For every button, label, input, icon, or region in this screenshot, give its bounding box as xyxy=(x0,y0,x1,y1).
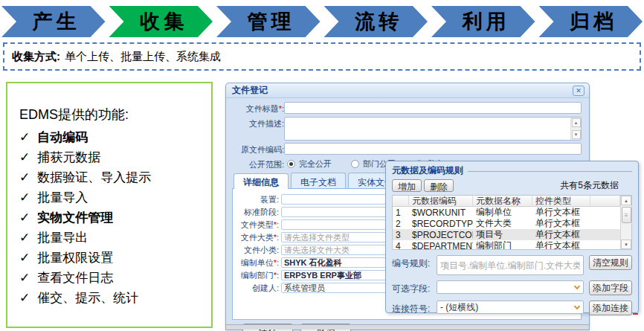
feature-item: ✓捕获元数据 xyxy=(19,147,208,167)
features-title: EDMS提供的功能: xyxy=(19,106,208,123)
cell-row-number: 2 xyxy=(393,219,409,229)
feature-text: 批量导入 xyxy=(37,190,88,205)
flow-step-label: 产生 xyxy=(27,8,80,35)
table-header-cell[interactable]: 控件类型 xyxy=(532,196,590,207)
radio-icon[interactable] xyxy=(287,160,295,168)
flow-step[interactable]: 利用 xyxy=(431,6,535,37)
banner-text: 单个上传、批量上传、系统集成 xyxy=(65,50,221,64)
flow-step[interactable]: 收集 xyxy=(109,6,213,37)
table-header-cell[interactable]: 元数据编码 xyxy=(409,196,473,207)
feature-item: ✓数据验证、导入提示 xyxy=(19,167,208,187)
flow-step[interactable]: 产生 xyxy=(1,6,106,37)
cell-row-number: 1 xyxy=(393,208,409,218)
metadata-table-row[interactable]: 4 $DEPARTMENT 编制部门 单行文本框 xyxy=(393,240,620,249)
slide-canvas: 产生 收集 管理 流转 利用 归档 收集方式: 单个上传、批量上传、系统集成 E… xyxy=(0,0,644,331)
add-field-button[interactable]: 添加字段 xyxy=(589,280,632,295)
optional-field-row: 可选字段: 添加字段 xyxy=(392,280,632,295)
metadata-rules-panel: 元数据及编码规则 增加 删除 共有5条元数据 元数据编码元数据名称控件类型 1 … xyxy=(385,161,639,313)
dialog-tab[interactable]: 详细信息 xyxy=(234,173,289,189)
red-artifact-mark xyxy=(633,313,638,315)
metadata-table-row[interactable]: 1 $WORKUNIT 编制单位 单行文本框 xyxy=(393,207,620,218)
connector-value: - (短横线) xyxy=(440,301,478,314)
connector-select[interactable]: - (短横线) xyxy=(437,301,584,314)
feature-item: ✓批量导入 xyxy=(19,187,208,208)
connector-row: 连接符号: - (短横线) 添加连接 xyxy=(392,301,632,315)
textarea-scrollbar[interactable]: ▲ ▼ xyxy=(570,118,581,140)
scroll-up-icon[interactable]: ▲ xyxy=(621,196,631,205)
scope-radio-option[interactable]: 完全公开 xyxy=(287,158,332,170)
check-icon: ✓ xyxy=(19,231,30,245)
file-desc-label: 文件描述: xyxy=(232,117,284,129)
feature-item: ✓查看文件日志 xyxy=(19,268,208,288)
check-icon: ✓ xyxy=(19,271,30,285)
cell-row-number: 4 xyxy=(393,241,409,250)
scroll-down-icon[interactable]: ▼ xyxy=(572,130,581,139)
check-icon: ✓ xyxy=(19,130,30,144)
metadata-table: 元数据编码元数据名称控件类型 1 $WORKUNIT 编制单位 单行文本框 2 … xyxy=(392,195,632,250)
feature-text: 批量导出 xyxy=(37,231,88,245)
flow-step[interactable]: 归档 xyxy=(539,6,643,37)
flow-step[interactable]: 流转 xyxy=(324,6,428,37)
radio-label: 完全公开 xyxy=(299,158,332,170)
divider xyxy=(468,171,632,172)
numbering-rule-label: 编号规则: xyxy=(392,255,437,270)
feature-text: 查看文件日志 xyxy=(37,271,113,285)
table-scrollbar[interactable]: ▲ ≡ ▼ xyxy=(620,196,631,249)
clear-rule-button[interactable]: 清空规则 xyxy=(589,255,632,270)
tab-label: 详细信息 xyxy=(243,177,279,187)
detail-field-label: 创建人*: xyxy=(233,283,279,294)
detail-field-label: 标准阶段*: xyxy=(233,207,279,218)
scroll-up-icon[interactable]: ▲ xyxy=(572,118,581,127)
collection-method-banner: 收集方式: 单个上传、批量上传、系统集成 xyxy=(3,42,641,71)
add-button[interactable]: 增加 xyxy=(392,179,422,192)
features-box: EDMS提供的功能: ✓自动编码 ✓捕获元数据 ✓数据验证、导入提示 ✓批量导入… xyxy=(6,82,213,328)
flow-step-label: 管理 xyxy=(242,8,295,35)
check-icon: ✓ xyxy=(19,150,30,164)
flow-step-label: 收集 xyxy=(134,8,187,35)
cell-row-number: 3 xyxy=(393,230,409,240)
metadata-panel-header: 元数据及编码规则 xyxy=(392,165,632,176)
table-header-cell[interactable] xyxy=(393,196,409,207)
table-header-cell[interactable]: 元数据名称 xyxy=(473,196,532,207)
dialog-titlebar[interactable]: 文件登记 ✕ xyxy=(226,83,589,98)
check-icon: ✓ xyxy=(19,291,30,305)
file-title-label: 文件标题*: xyxy=(232,102,284,115)
flow-step-label: 归档 xyxy=(564,8,617,35)
file-desc-textarea[interactable] xyxy=(284,117,582,141)
detail-field-label: 文件类型*: xyxy=(233,219,279,231)
radio-icon[interactable] xyxy=(351,160,359,168)
feature-item: ✓批量权限设置 xyxy=(19,248,208,268)
cell-control-type: 单行文本框 xyxy=(532,240,590,249)
features-list: ✓自动编码 ✓捕获元数据 ✓数据验证、导入提示 ✓批量导入 ✓实物文件管理 ✓批… xyxy=(19,127,208,308)
dialog-tab[interactable]: 电子文档 xyxy=(291,173,346,188)
detail-field-label: 编制单位*: xyxy=(233,257,279,269)
optional-field-select[interactable] xyxy=(437,280,584,294)
orig-code-input[interactable] xyxy=(284,143,582,155)
cell-metadata-code: $RECORDTYPE xyxy=(409,219,473,229)
orig-code-row: 原文件编码: xyxy=(232,143,582,155)
file-desc-row: 文件描述: ▲ ▼ xyxy=(232,117,582,141)
table-header-cell[interactable] xyxy=(590,196,620,207)
scrollbar-thumb[interactable]: ≡ xyxy=(622,207,631,223)
numbering-rule-row: 编号规则: 清空规则 xyxy=(392,255,632,275)
add-connector-button[interactable]: 添加连接 xyxy=(589,301,632,315)
metadata-panel-title: 元数据及编码规则 xyxy=(392,164,463,177)
metadata-count: 共有5条元数据 xyxy=(560,179,632,192)
check-icon: ✓ xyxy=(19,190,30,205)
metadata-table-row[interactable]: 2 $RECORDTYPE 文件大类 单行文本框 xyxy=(393,218,620,229)
flow-step-label: 流转 xyxy=(349,8,402,35)
close-icon[interactable]: ✕ xyxy=(573,86,585,96)
chevron-down-icon xyxy=(574,283,580,289)
delete-button[interactable]: 删除 xyxy=(424,179,454,192)
file-title-row: 文件标题*: xyxy=(232,102,582,115)
file-title-input[interactable] xyxy=(284,102,582,114)
banner-label: 收集方式: xyxy=(12,50,60,64)
numbering-rule-input[interactable] xyxy=(437,255,584,275)
flow-step[interactable]: 管理 xyxy=(216,6,321,37)
metadata-table-row[interactable]: 3 $PROJECTCODE 项目号 单行文本框 xyxy=(393,229,620,240)
scroll-down-icon[interactable]: ▼ xyxy=(621,240,631,249)
feature-text: 批量权限设置 xyxy=(37,251,113,265)
feature-item: ✓催交、提示、统计 xyxy=(19,288,208,308)
cell-metadata-code: $WORKUNIT xyxy=(409,208,473,218)
check-icon: ✓ xyxy=(19,211,30,225)
